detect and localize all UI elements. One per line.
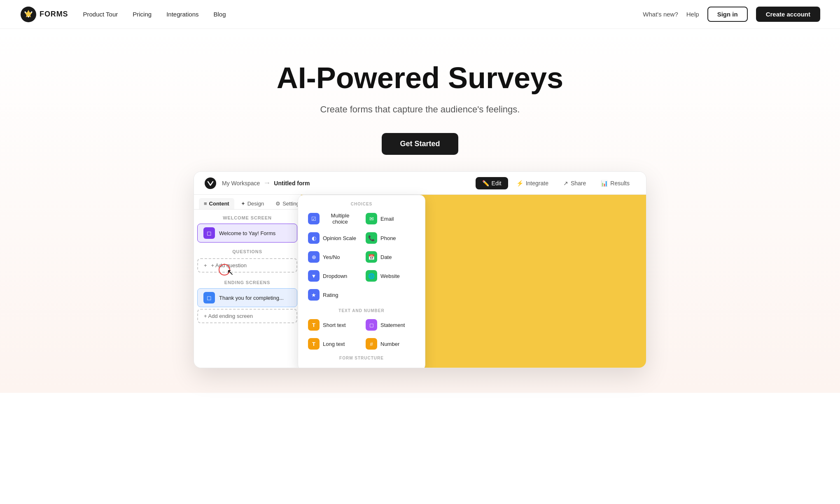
dropdown-short-text[interactable]: T Short text [305,316,361,334]
results-icon: 📊 [601,180,608,187]
website-icon: 🌐 [366,270,377,282]
tab-results[interactable]: 📊 Results [594,177,636,189]
questions-section-label: QUESTIONS [194,243,301,257]
rating-icon: ★ [308,289,320,301]
dropdown-long-text[interactable]: T Long text [305,335,361,352]
date-icon: 📅 [366,251,377,263]
nav-integrations[interactable]: Integrations [166,11,198,18]
share-icon: ↗ [563,180,568,187]
dropdown-phone[interactable]: 📞 Phone [362,229,418,247]
phone-icon: 📞 [366,232,377,244]
choices-grid: ☑ Multiple choice ✉ Email ◐ Opinion Scal… [305,210,418,303]
nav-logo: FORMS [20,6,68,23]
dropdown-email[interactable]: ✉ Email [362,210,418,228]
workspace-label: My Workspace [222,180,260,187]
tab-integrate[interactable]: ⚡ Integrate [510,177,555,189]
get-started-button[interactable]: Get Started [382,133,458,155]
ending-item-text: Thank you for completing... [219,295,284,301]
app-topbar-left: My Workspace → Untitled form [204,177,310,190]
dropdown-opinion-scale[interactable]: ◐ Opinion Scale [305,229,361,247]
dropdown-number[interactable]: # Number [362,335,418,352]
yes-no-icon: ⊕ [308,251,320,263]
welcome-item-icon: ◻ [203,227,215,239]
add-question-dropdown: CHOICES ☑ Multiple choice ✉ Email ◐ Opin [298,195,425,368]
dropdown-website[interactable]: 🌐 Website [362,267,418,285]
multiple-choice-icon: ☑ [308,213,320,224]
ending-screen-item[interactable]: ◻ Thank you for completing... [197,288,297,307]
nav-blog[interactable]: Blog [214,11,226,18]
dropdown-multiple-choice[interactable]: ☑ Multiple choice [305,210,361,228]
welcome-screen-item[interactable]: ◻ Welcome to Yay! Forms [197,224,297,243]
short-text-icon: T [308,319,320,331]
choices-category-label: CHOICES [305,202,418,206]
dropdown-rating[interactable]: ★ Rating [305,286,361,303]
form-name-label: Untitled form [274,180,310,187]
app-sidebar: ≡ Content ✦ Design ⚙ Settings WELCOME SC… [194,195,301,368]
nav-product-tour[interactable]: Product Tour [83,11,118,18]
add-question-button[interactable]: + + Add question [197,258,297,273]
hero-subheadline: Create forms that capture the audience's… [8,104,832,115]
tab-share[interactable]: ↗ Share [557,177,593,189]
statement-icon: ◻ [366,319,377,331]
sidebar-tabs: ≡ Content ✦ Design ⚙ Settings [194,195,301,210]
design-icon: ✦ [241,201,245,207]
ending-item-icon: ◻ [203,292,215,303]
dropdown-icon: ▼ [308,270,320,282]
svg-point-1 [205,177,216,189]
hero-headline: AI-Powered Surveys [8,62,832,94]
create-account-button[interactable]: Create account [756,7,820,22]
number-icon: # [366,338,377,350]
nav-whats-new[interactable]: What's new? [643,11,678,18]
nav-pricing[interactable]: Pricing [133,11,152,18]
breadcrumb-separator: → [263,179,271,187]
sidebar-tab-content[interactable]: ≡ Content [199,198,234,209]
dropdown-dropdown[interactable]: ▼ Dropdown [305,267,361,285]
ending-section-label: ENDING SCREENS [194,274,301,287]
edit-icon: ✏️ [482,180,489,187]
text-number-grid: T Short text ◻ Statement T Long text # [305,316,418,352]
content-icon: ≡ [204,201,207,207]
app-topbar: My Workspace → Untitled form ✏️ Edit ⚡ I… [194,172,646,195]
form-structure-category-label: FORM STRUCTURE [305,356,418,360]
signin-button[interactable]: Sign in [707,7,748,22]
nav-right: What's new? Help Sign in Create account [643,7,820,22]
app-preview: My Workspace → Untitled form ✏️ Edit ⚡ I… [194,171,646,368]
settings-icon: ⚙ [275,201,280,207]
opinion-scale-icon: ◐ [308,232,320,244]
add-ending-button[interactable]: + Add ending screen [197,309,297,323]
app-topbar-right: ✏️ Edit ⚡ Integrate ↗ Share 📊 Results [476,177,636,189]
plus-icon: + [204,262,207,268]
text-number-category-label: TEXT AND NUMBER [305,308,418,313]
dropdown-date[interactable]: 📅 Date [362,248,418,266]
dropdown-statement[interactable]: ◻ Statement [362,316,418,334]
app-body: ≡ Content ✦ Design ⚙ Settings WELCOME SC… [194,195,646,368]
dropdown-yes-no[interactable]: ⊕ Yes/No [305,248,361,266]
nav-help[interactable]: Help [686,11,699,18]
email-icon: ✉ [366,213,377,224]
breadcrumb: My Workspace → Untitled form [222,179,310,187]
navbar: FORMS Product Tour Pricing Integrations … [0,0,840,29]
welcome-item-text: Welcome to Yay! Forms [219,230,275,236]
nav-left: FORMS Product Tour Pricing Integrations … [20,6,226,23]
hero-section: AI-Powered Surveys Create forms that cap… [0,29,840,393]
logo-text: FORMS [40,10,68,19]
welcome-section-label: WELCOME SCREEN [194,210,301,223]
long-text-icon: T [308,338,320,350]
integrate-icon: ⚡ [516,180,523,187]
sidebar-tab-design[interactable]: ✦ Design [236,198,269,209]
tab-edit[interactable]: ✏️ Edit [476,177,508,189]
